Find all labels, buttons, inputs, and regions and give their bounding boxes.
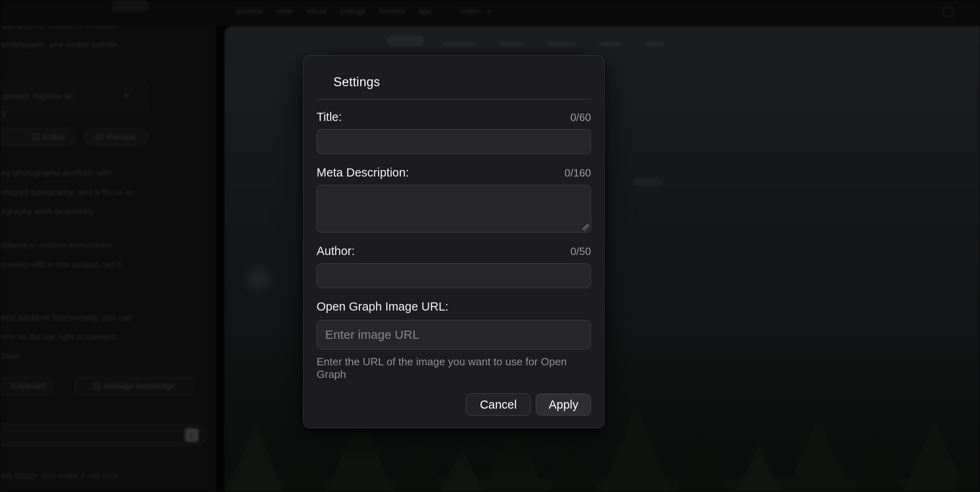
apply-button[interactable]: Apply: [536, 394, 591, 416]
title-input[interactable]: [317, 129, 591, 154]
meta-description-textarea[interactable]: [317, 185, 591, 233]
og-image-label: Open Graph Image URL:: [317, 300, 448, 313]
textarea-resize-handle[interactable]: [582, 224, 589, 231]
dialog-title: Settings: [333, 74, 591, 90]
title-label: Title:: [317, 110, 342, 124]
og-image-field-header: Open Graph Image URL:: [317, 300, 591, 313]
meta-description-counter: 0/160: [564, 167, 591, 179]
meta-description-label: Meta Description:: [317, 166, 409, 179]
author-field-header: Author: 0/50: [317, 244, 591, 258]
settings-dialog: Settings Title: 0/60 Meta Description: 0…: [303, 55, 605, 428]
og-helper-text: Enter the URL of the image you want to u…: [317, 356, 591, 381]
title-field-header: Title: 0/60: [317, 110, 591, 124]
og-image-url-input[interactable]: [317, 320, 591, 349]
author-label: Author:: [317, 244, 355, 258]
author-counter: 0/50: [570, 245, 591, 258]
author-input[interactable]: [317, 263, 591, 288]
app-screen: typography, smooth transitions, whitespa…: [0, 0, 980, 492]
dialog-button-row: Cancel Apply: [317, 394, 591, 416]
meta-description-field-header: Meta Description: 0/160: [317, 166, 591, 179]
title-counter: 0/60: [570, 111, 591, 124]
cancel-button[interactable]: Cancel: [466, 394, 530, 416]
dialog-divider: [317, 99, 591, 99]
